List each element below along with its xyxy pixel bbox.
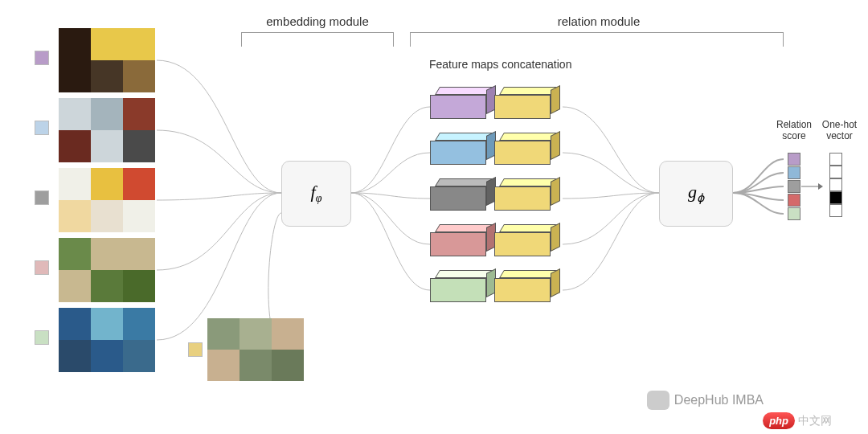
relation-score-cell-0	[788, 153, 800, 166]
onehot-cell-0	[829, 153, 842, 166]
php-watermark: php 中文网	[763, 412, 832, 429]
relation-module-box: gϕ	[659, 161, 733, 227]
feature-cuboid-right-1	[494, 141, 551, 165]
feature-cuboid-left-3	[430, 232, 486, 256]
onehot-cell-1	[829, 166, 842, 178]
g-phi-symbol: gϕ	[688, 182, 704, 205]
support-thumbnail-2	[59, 168, 155, 232]
relation-score-label: Relation score	[774, 119, 814, 141]
feature-cuboid-left-0	[430, 95, 486, 119]
f-phi-symbol: fφ	[311, 182, 322, 205]
onehot-cell-2	[829, 178, 842, 191]
support-thumbnail-3	[59, 238, 155, 302]
embedding-module-box: fφ	[281, 161, 351, 227]
support-thumbnail-1	[59, 98, 155, 162]
relation-score-cell-4	[788, 207, 800, 220]
feature-cuboid-right-4	[494, 278, 551, 302]
class-swatch-4	[35, 330, 49, 345]
feature-cuboid-right-0	[494, 95, 551, 119]
onehot-cell-3	[829, 191, 842, 204]
wechat-icon	[647, 391, 669, 410]
relation-score-cell-1	[788, 166, 800, 179]
class-swatch-2	[35, 190, 49, 205]
class-swatch-0	[35, 51, 49, 65]
onehot-cell-4	[829, 204, 842, 217]
embedding-module-label: embedding module	[241, 14, 394, 28]
onehot-label: One-hot vector	[817, 119, 862, 141]
relation-score-cell-3	[788, 194, 800, 207]
feature-cuboid-right-2	[494, 186, 551, 211]
class-swatch-1	[35, 121, 49, 135]
feature-maps-label: Feature maps concatenation	[429, 58, 571, 71]
feature-cuboid-left-2	[430, 186, 486, 211]
support-thumbnail-0	[59, 28, 155, 92]
feature-cuboid-left-4	[430, 278, 486, 302]
relation-module-label: relation module	[450, 14, 747, 28]
wechat-watermark: DeepHub IMBA	[647, 391, 764, 410]
class-swatch-3	[35, 260, 49, 275]
embedding-bracket	[241, 32, 394, 47]
support-thumbnail-4	[59, 308, 155, 372]
relation-score-cell-2	[788, 180, 800, 193]
query-swatch	[188, 342, 203, 357]
svg-marker-1	[818, 183, 823, 190]
query-thumbnail	[207, 318, 304, 381]
feature-cuboid-right-3	[494, 232, 551, 256]
relation-bracket	[410, 32, 784, 47]
feature-cuboid-left-1	[430, 141, 486, 165]
